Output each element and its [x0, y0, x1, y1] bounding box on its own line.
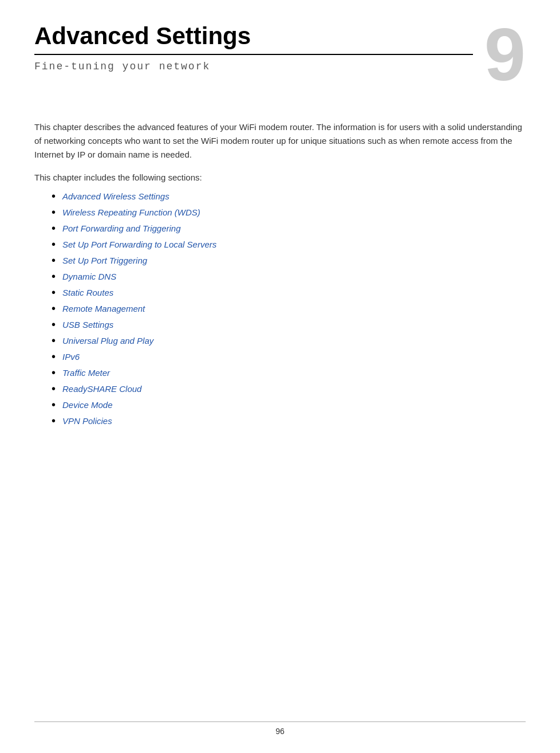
list-item: •Traffic Meter [52, 367, 526, 378]
list-item: •Remote Management [52, 303, 526, 314]
list-item: •ReadySHARE Cloud [52, 383, 526, 394]
bullet-icon: • [52, 238, 56, 250]
bullet-icon: • [52, 367, 56, 378]
bullet-icon: • [52, 415, 56, 426]
list-item: •IPv6 [52, 351, 526, 362]
list-item: •Set Up Port Forwarding to Local Servers [52, 238, 526, 250]
page-container: Advanced Settings Fine-tuning your netwo… [0, 0, 560, 753]
bullet-icon: • [52, 270, 56, 282]
section-link[interactable]: Wireless Repeating Function (WDS) [62, 207, 200, 217]
list-item: •Universal Plug and Play [52, 335, 526, 346]
bullet-icon: • [52, 303, 56, 314]
section-link[interactable]: USB Settings [62, 320, 113, 330]
list-item: •Device Mode [52, 399, 526, 410]
section-link[interactable]: VPN Policies [62, 416, 112, 426]
chapter-number: 9 [484, 17, 526, 92]
bullet-icon: • [52, 399, 56, 410]
section-link[interactable]: Set Up Port Forwarding to Local Servers [62, 240, 216, 249]
title-section: Advanced Settings Fine-tuning your netwo… [34, 23, 473, 72]
section-link[interactable]: Dynamic DNS [62, 272, 116, 281]
sections-list: •Advanced Wireless Settings•Wireless Rep… [52, 190, 526, 426]
bullet-icon: • [52, 335, 56, 346]
list-item: •USB Settings [52, 319, 526, 330]
list-item: •Set Up Port Triggering [52, 254, 526, 266]
bullet-icon: • [52, 319, 56, 330]
title-underline [34, 54, 473, 55]
section-link[interactable]: Set Up Port Triggering [62, 256, 147, 265]
section-link[interactable]: ReadySHARE Cloud [62, 384, 141, 394]
section-link[interactable]: IPv6 [62, 352, 80, 362]
bullet-icon: • [52, 254, 56, 266]
section-link[interactable]: Port Forwarding and Triggering [62, 223, 180, 233]
bullet-icon: • [52, 206, 56, 218]
intro-paragraph1: This chapter describes the advanced feat… [34, 120, 526, 162]
footer-line [34, 721, 526, 722]
header-area: Advanced Settings Fine-tuning your netwo… [34, 23, 526, 92]
section-link[interactable]: Universal Plug and Play [62, 336, 153, 346]
bullet-icon: • [52, 351, 56, 362]
bullet-icon: • [52, 190, 56, 202]
list-item: •Wireless Repeating Function (WDS) [52, 206, 526, 218]
bullet-icon: • [52, 383, 56, 394]
list-item: •Port Forwarding and Triggering [52, 222, 526, 234]
sections-intro: This chapter includes the following sect… [34, 171, 526, 185]
bullet-icon: • [52, 287, 56, 298]
list-item: •Static Routes [52, 287, 526, 298]
page-number: 96 [275, 727, 285, 736]
section-link[interactable]: Remote Management [62, 304, 145, 313]
list-item: •VPN Policies [52, 415, 526, 426]
section-link[interactable]: Traffic Meter [62, 368, 110, 378]
list-item: •Dynamic DNS [52, 270, 526, 282]
section-link[interactable]: Advanced Wireless Settings [62, 191, 169, 201]
page-footer: 96 [0, 721, 560, 736]
chapter-title: Advanced Settings [34, 23, 473, 49]
section-link[interactable]: Device Mode [62, 400, 113, 410]
list-item: •Advanced Wireless Settings [52, 190, 526, 202]
subtitle: Fine-tuning your network [34, 61, 473, 72]
section-link[interactable]: Static Routes [62, 288, 113, 297]
bullet-icon: • [52, 222, 56, 234]
